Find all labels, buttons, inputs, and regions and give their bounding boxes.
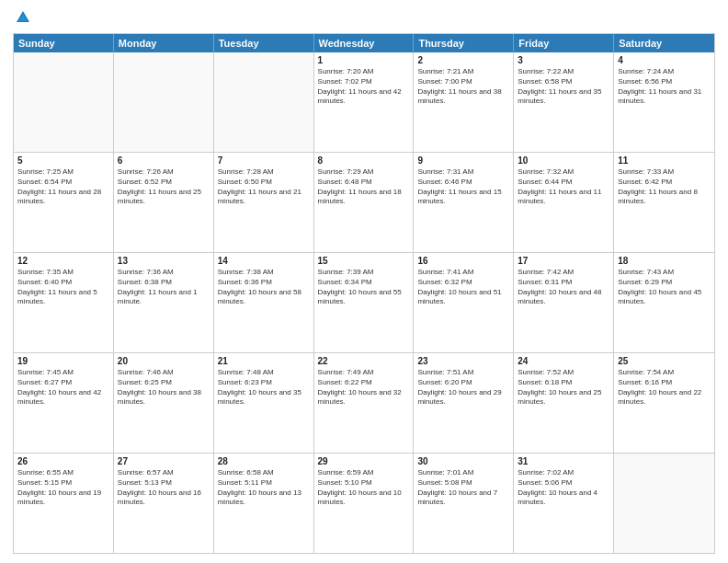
cell-info: Sunrise: 6:59 AMSunset: 5:10 PMDaylight:… xyxy=(318,468,410,508)
cell-info: Sunrise: 7:25 AMSunset: 6:54 PMDaylight:… xyxy=(17,167,109,207)
day-number: 2 xyxy=(417,55,509,65)
table-row: 17Sunrise: 7:42 AMSunset: 6:31 PMDayligh… xyxy=(514,253,614,352)
day-number: 6 xyxy=(118,155,210,166)
header-monday: Monday xyxy=(114,34,214,52)
table-row: 8Sunrise: 7:29 AMSunset: 6:48 PMDaylight… xyxy=(314,153,415,252)
table-row: 30Sunrise: 7:01 AMSunset: 5:08 PMDayligh… xyxy=(414,454,514,553)
cell-info: Sunrise: 7:01 AMSunset: 5:08 PMDaylight:… xyxy=(417,468,509,508)
cell-info: Sunrise: 7:35 AMSunset: 6:40 PMDaylight:… xyxy=(17,268,109,307)
table-row: 10Sunrise: 7:32 AMSunset: 6:44 PMDayligh… xyxy=(514,153,614,252)
cell-info: Sunrise: 7:28 AMSunset: 6:50 PMDaylight:… xyxy=(218,167,310,207)
header xyxy=(13,9,715,26)
day-number: 28 xyxy=(218,456,310,466)
logo-icon xyxy=(15,9,31,26)
day-number: 15 xyxy=(318,256,410,266)
table-row: 29Sunrise: 6:59 AMSunset: 5:10 PMDayligh… xyxy=(314,454,415,553)
day-number: 4 xyxy=(618,55,711,65)
day-number: 11 xyxy=(618,155,711,166)
table-row: 27Sunrise: 6:57 AMSunset: 5:13 PMDayligh… xyxy=(114,454,214,553)
day-number: 3 xyxy=(518,55,609,65)
cell-info: Sunrise: 7:49 AMSunset: 6:22 PMDaylight:… xyxy=(318,368,410,408)
table-row xyxy=(214,52,314,152)
day-number: 26 xyxy=(17,456,109,466)
table-row: 31Sunrise: 7:02 AMSunset: 5:06 PMDayligh… xyxy=(514,454,614,553)
table-row: 16Sunrise: 7:41 AMSunset: 6:32 PMDayligh… xyxy=(414,253,514,352)
table-row xyxy=(14,52,114,152)
day-number: 12 xyxy=(17,256,109,266)
cell-info: Sunrise: 7:45 AMSunset: 6:27 PMDaylight:… xyxy=(17,368,109,408)
table-row: 13Sunrise: 7:36 AMSunset: 6:38 PMDayligh… xyxy=(114,253,214,352)
table-row xyxy=(114,52,214,152)
day-number: 1 xyxy=(318,55,410,65)
cell-info: Sunrise: 7:29 AMSunset: 6:48 PMDaylight:… xyxy=(318,167,410,207)
header-saturday: Saturday xyxy=(614,34,714,52)
cell-info: Sunrise: 7:42 AMSunset: 6:31 PMDaylight:… xyxy=(518,268,609,307)
table-row: 20Sunrise: 7:46 AMSunset: 6:25 PMDayligh… xyxy=(114,353,214,453)
table-row: 15Sunrise: 7:39 AMSunset: 6:34 PMDayligh… xyxy=(314,253,415,352)
cell-info: Sunrise: 7:32 AMSunset: 6:44 PMDaylight:… xyxy=(518,167,609,207)
day-number: 7 xyxy=(218,155,310,166)
day-number: 16 xyxy=(417,256,509,266)
table-row: 25Sunrise: 7:54 AMSunset: 6:16 PMDayligh… xyxy=(614,353,714,453)
day-number: 5 xyxy=(17,155,109,166)
calendar-row: 26Sunrise: 6:55 AMSunset: 5:15 PMDayligh… xyxy=(14,454,714,553)
header-tuesday: Tuesday xyxy=(214,34,314,52)
header-thursday: Thursday xyxy=(414,34,514,52)
table-row: 4Sunrise: 7:24 AMSunset: 6:56 PMDaylight… xyxy=(614,52,714,152)
cell-info: Sunrise: 7:39 AMSunset: 6:34 PMDaylight:… xyxy=(318,268,410,307)
day-number: 25 xyxy=(618,356,711,366)
calendar: Sunday Monday Tuesday Wednesday Thursday… xyxy=(13,33,715,554)
table-row: 11Sunrise: 7:33 AMSunset: 6:42 PMDayligh… xyxy=(614,153,714,252)
table-row: 1Sunrise: 7:20 AMSunset: 7:02 PMDaylight… xyxy=(314,52,415,152)
cell-info: Sunrise: 7:51 AMSunset: 6:20 PMDaylight:… xyxy=(417,368,509,408)
table-row xyxy=(614,454,714,553)
calendar-row: 12Sunrise: 7:35 AMSunset: 6:40 PMDayligh… xyxy=(14,253,714,353)
table-row: 24Sunrise: 7:52 AMSunset: 6:18 PMDayligh… xyxy=(514,353,614,453)
cell-info: Sunrise: 7:21 AMSunset: 7:00 PMDaylight:… xyxy=(417,67,509,107)
table-row: 21Sunrise: 7:48 AMSunset: 6:23 PMDayligh… xyxy=(214,353,314,453)
day-number: 21 xyxy=(218,356,310,366)
cell-info: Sunrise: 6:55 AMSunset: 5:15 PMDaylight:… xyxy=(17,468,109,508)
calendar-row: 5Sunrise: 7:25 AMSunset: 6:54 PMDaylight… xyxy=(14,153,714,253)
calendar-header: Sunday Monday Tuesday Wednesday Thursday… xyxy=(14,34,714,52)
day-number: 30 xyxy=(417,456,509,466)
cell-info: Sunrise: 7:52 AMSunset: 6:18 PMDaylight:… xyxy=(518,368,609,408)
cell-info: Sunrise: 7:02 AMSunset: 5:06 PMDaylight:… xyxy=(518,468,609,508)
table-row: 22Sunrise: 7:49 AMSunset: 6:22 PMDayligh… xyxy=(314,353,415,453)
cell-info: Sunrise: 6:57 AMSunset: 5:13 PMDaylight:… xyxy=(118,468,210,508)
cell-info: Sunrise: 7:26 AMSunset: 6:52 PMDaylight:… xyxy=(118,167,210,207)
calendar-row: 19Sunrise: 7:45 AMSunset: 6:27 PMDayligh… xyxy=(14,353,714,454)
table-row: 2Sunrise: 7:21 AMSunset: 7:00 PMDaylight… xyxy=(414,52,514,152)
day-number: 24 xyxy=(518,356,609,366)
cell-info: Sunrise: 7:48 AMSunset: 6:23 PMDaylight:… xyxy=(218,368,310,408)
day-number: 17 xyxy=(518,256,609,266)
cell-info: Sunrise: 7:22 AMSunset: 6:58 PMDaylight:… xyxy=(518,67,609,107)
table-row: 6Sunrise: 7:26 AMSunset: 6:52 PMDaylight… xyxy=(114,153,214,252)
cell-info: Sunrise: 7:54 AMSunset: 6:16 PMDaylight:… xyxy=(618,368,711,408)
day-number: 10 xyxy=(518,155,609,166)
header-sunday: Sunday xyxy=(14,34,114,52)
day-number: 18 xyxy=(618,256,711,266)
table-row: 9Sunrise: 7:31 AMSunset: 6:46 PMDaylight… xyxy=(414,153,514,252)
cell-info: Sunrise: 6:58 AMSunset: 5:11 PMDaylight:… xyxy=(218,468,310,508)
day-number: 14 xyxy=(218,256,310,266)
table-row: 12Sunrise: 7:35 AMSunset: 6:40 PMDayligh… xyxy=(14,253,114,352)
day-number: 9 xyxy=(417,155,509,166)
day-number: 22 xyxy=(318,356,410,366)
cell-info: Sunrise: 7:31 AMSunset: 6:46 PMDaylight:… xyxy=(417,167,509,207)
header-wednesday: Wednesday xyxy=(314,34,415,52)
day-number: 13 xyxy=(118,256,210,266)
logo xyxy=(13,9,31,26)
table-row: 14Sunrise: 7:38 AMSunset: 6:36 PMDayligh… xyxy=(214,253,314,352)
table-row: 28Sunrise: 6:58 AMSunset: 5:11 PMDayligh… xyxy=(214,454,314,553)
cell-info: Sunrise: 7:43 AMSunset: 6:29 PMDaylight:… xyxy=(618,268,711,307)
day-number: 23 xyxy=(417,356,509,366)
cell-info: Sunrise: 7:24 AMSunset: 6:56 PMDaylight:… xyxy=(618,67,711,107)
day-number: 31 xyxy=(518,456,609,466)
table-row: 19Sunrise: 7:45 AMSunset: 6:27 PMDayligh… xyxy=(14,353,114,453)
calendar-row: 1Sunrise: 7:20 AMSunset: 7:02 PMDaylight… xyxy=(14,52,714,153)
day-number: 20 xyxy=(118,356,210,366)
table-row: 7Sunrise: 7:28 AMSunset: 6:50 PMDaylight… xyxy=(214,153,314,252)
cell-info: Sunrise: 7:33 AMSunset: 6:42 PMDaylight:… xyxy=(618,167,711,207)
day-number: 27 xyxy=(118,456,210,466)
